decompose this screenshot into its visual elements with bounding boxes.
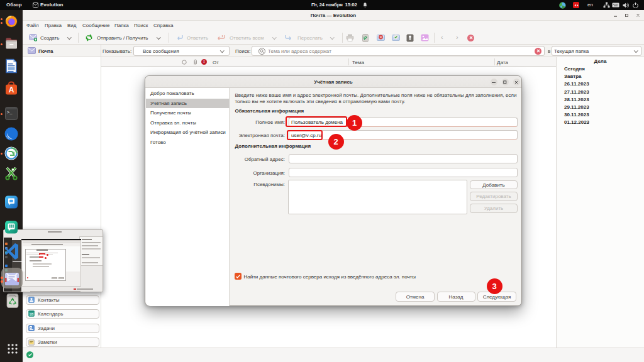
svg-text:A: A <box>9 85 14 94</box>
svg-text:28: 28 <box>30 312 33 316</box>
svg-text:>_: >_ <box>7 110 13 115</box>
